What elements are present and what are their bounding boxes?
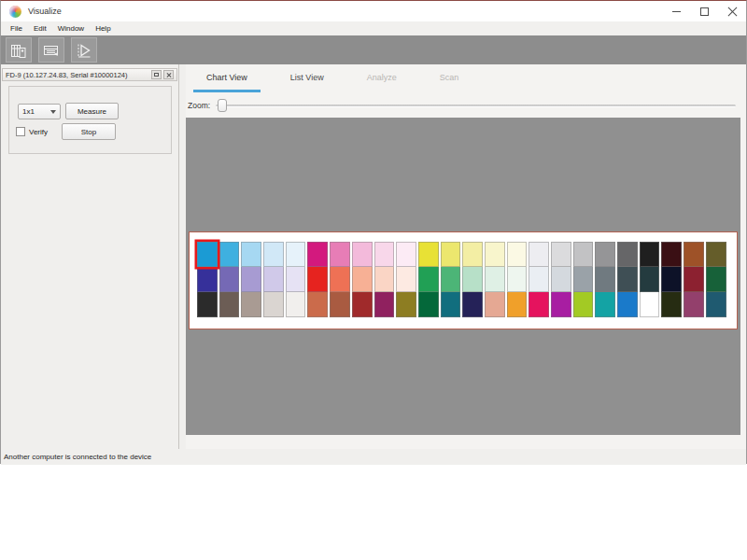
color-patch[interactable] [640,242,660,267]
color-patch[interactable] [529,267,549,292]
color-patch[interactable] [263,292,284,317]
measure-button[interactable]: Measure [65,103,119,119]
tab-list-view[interactable]: List View [277,73,337,92]
color-patch[interactable] [197,242,218,267]
color-patch[interactable] [507,292,528,317]
color-patch[interactable] [485,292,505,317]
color-patch[interactable] [352,242,373,267]
color-patch[interactable] [241,292,261,317]
color-patch[interactable] [595,267,615,292]
close-button[interactable] [718,1,746,21]
measurement-list-button[interactable] [38,37,64,63]
color-patch[interactable] [661,242,682,267]
tab-chart-view[interactable]: Chart View [193,73,261,92]
color-patch[interactable] [219,267,240,292]
color-patch[interactable] [374,292,395,317]
color-patch[interactable] [197,292,218,317]
color-patch[interactable] [396,292,416,317]
color-patch[interactable] [307,242,328,267]
color-patch[interactable] [418,242,439,267]
color-patch[interactable] [396,242,416,267]
color-patch[interactable] [507,242,528,267]
color-patch[interactable] [595,292,615,317]
verify-checkbox[interactable] [16,127,25,136]
color-patch[interactable] [374,242,395,267]
color-patch[interactable] [441,267,461,292]
color-patch[interactable] [573,292,594,317]
color-patch[interactable] [640,267,660,292]
color-patch[interactable] [661,292,682,317]
color-patch[interactable] [617,292,638,317]
color-patch[interactable] [241,242,261,267]
color-patch[interactable] [617,267,638,292]
color-patch[interactable] [462,292,483,317]
color-patch[interactable] [441,292,461,317]
color-patch[interactable] [286,242,306,267]
menu-help[interactable]: Help [90,21,116,35]
color-patch[interactable] [617,242,638,267]
device-panel: FD-9 (10.127.24.83, Serial #10000124) 1x… [1,64,179,449]
minimize-button[interactable] [662,1,690,21]
color-patch[interactable] [551,242,571,267]
menu-edit[interactable]: Edit [28,21,52,35]
color-patch[interactable] [529,292,549,317]
close-panel-button[interactable] [163,70,174,79]
stop-button[interactable]: Stop [62,123,116,140]
maximize-button[interactable] [690,1,718,21]
color-patch[interactable] [462,242,483,267]
color-patch[interactable] [684,292,704,317]
color-patch[interactable] [485,267,505,292]
color-patch[interactable] [330,267,350,292]
color-patch[interactable] [396,267,416,292]
color-patch[interactable] [418,267,439,292]
color-patch[interactable] [507,267,528,292]
color-patch[interactable] [684,242,704,267]
color-patch[interactable] [263,267,284,292]
color-patch[interactable] [241,267,261,292]
color-patch[interactable] [263,242,284,267]
patch-size-dropdown[interactable]: 1x1 [18,104,61,119]
color-patch[interactable] [374,267,395,292]
scan-chart-icon [75,41,93,60]
color-patch[interactable] [485,242,505,267]
zoom-slider-thumb[interactable] [218,99,227,112]
color-patch[interactable] [462,267,483,292]
color-patch[interactable] [286,292,306,317]
zoom-label: Zoom: [188,101,210,110]
color-patch[interactable] [352,292,373,317]
color-patch[interactable] [330,292,350,317]
color-patch[interactable] [529,242,549,267]
color-patch[interactable] [640,292,660,317]
color-patch[interactable] [573,242,594,267]
view-tabs: Chart ViewList ViewAnalyzeScan [186,64,740,92]
color-patch[interactable] [330,242,350,267]
color-patch[interactable] [595,242,615,267]
measurement-device-button[interactable] [6,37,32,63]
color-patch[interactable] [286,267,306,292]
color-patch[interactable] [706,267,726,292]
scan-chart-button[interactable] [71,37,97,63]
chart-canvas [186,118,740,435]
color-patch[interactable] [706,292,726,317]
color-patch[interactable] [441,242,461,267]
color-patch[interactable] [197,267,218,292]
color-patch[interactable] [418,292,439,317]
color-patch[interactable] [307,292,328,317]
color-patch[interactable] [307,267,328,292]
measurement-device-icon [9,41,28,60]
patch-row [197,267,729,292]
color-patch[interactable] [551,292,571,317]
zoom-slider-track[interactable] [216,105,736,107]
color-patch[interactable] [219,242,240,267]
color-patch[interactable] [219,292,240,317]
menu-window[interactable]: Window [52,21,90,35]
color-patch[interactable] [573,267,594,292]
zoom-slider[interactable] [216,99,736,112]
color-patch[interactable] [684,267,704,292]
color-patch[interactable] [551,267,571,292]
color-patch[interactable] [706,242,726,267]
menu-file[interactable]: File [5,21,28,35]
float-panel-button[interactable] [151,70,162,79]
color-patch[interactable] [661,267,682,292]
color-patch[interactable] [352,267,373,292]
